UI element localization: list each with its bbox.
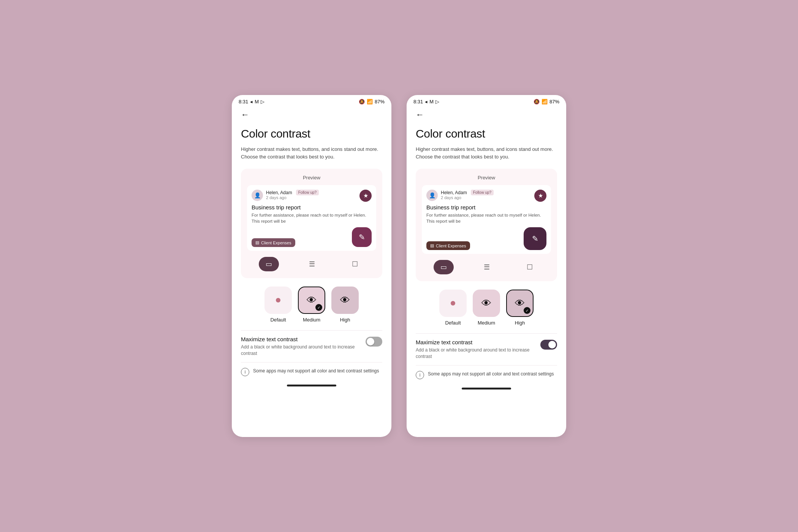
tag-icon-right: ▤ — [430, 243, 434, 248]
edit-fab-left[interactable]: ✎ — [352, 227, 372, 247]
contrast-btn-high-right[interactable]: 👁 ✓ — [506, 290, 534, 317]
contrast-option-medium-right: 👁 Medium — [473, 290, 500, 326]
nav-tab-home-right[interactable]: ▭ — [434, 260, 454, 274]
followup-badge-left: Follow up? — [296, 190, 319, 195]
contrast-option-high-left: 👁 High — [331, 287, 359, 323]
check-badge-medium-left: ✓ — [315, 304, 322, 311]
message-card-right: 👤 Helen, Adam Follow up? 2 days ago ★ Bu… — [422, 185, 551, 254]
edit-icon-left: ✎ — [359, 233, 365, 242]
preview-label-left: Preview — [247, 175, 376, 180]
mail-icon-left: M — [255, 99, 259, 104]
wifi-icon-left: 📶 — [367, 99, 373, 104]
signal-icon-left: ◂ — [250, 99, 253, 104]
preview-card-right: Preview 👤 Helen, Adam Follow up? 2 days … — [416, 169, 557, 281]
message-footer-left: ▤ Client Expenses ✎ — [252, 227, 372, 247]
message-title-left: Business trip report — [252, 204, 372, 211]
nav-tab-list-left[interactable]: ☰ — [302, 257, 322, 271]
message-body-right: For further assistance, please reach out… — [426, 212, 546, 224]
medium-eye-icon-left: 👁 — [307, 294, 317, 306]
home-icon-right: ▭ — [440, 263, 447, 271]
message-icon-left: ☐ — [352, 260, 358, 268]
info-text-left: Some apps may not support all color and … — [253, 368, 379, 374]
nav-tabs-left: ▭ ☰ ☐ — [247, 255, 376, 273]
star-button-right[interactable]: ★ — [534, 190, 546, 202]
home-indicator-left — [287, 385, 336, 386]
tag-icon-left: ▤ — [255, 240, 259, 245]
list-icon-left: ☰ — [309, 260, 315, 268]
check-badge-high-right: ✓ — [524, 307, 530, 314]
edit-fab-right[interactable]: ✎ — [524, 227, 546, 250]
status-bar-right: 8:31 ◂ M ▷ 🔕 📶 87% — [407, 95, 566, 107]
toggle-desc-left: Add a black or white background around t… — [241, 344, 359, 357]
page-title-left: Color contrast — [241, 127, 382, 140]
message-time-right: 2 days ago — [441, 195, 494, 200]
contrast-btn-default-left[interactable] — [264, 287, 292, 314]
home-icon-left: ▭ — [266, 260, 272, 268]
toggle-knob-left — [367, 338, 374, 345]
message-names-right: Helen, Adam — [441, 190, 467, 195]
contrast-btn-medium-right[interactable]: 👁 — [473, 290, 500, 317]
phone-right: 8:31 ◂ M ▷ 🔕 📶 87% ← Color contrast High… — [407, 95, 566, 437]
battery-right: 87% — [549, 99, 559, 104]
page-desc-left: Higher contrast makes text, buttons, and… — [241, 146, 382, 160]
message-header-left: 👤 Helen, Adam Follow up? 2 days ago ★ — [252, 190, 372, 202]
message-icon-right: ☐ — [527, 263, 533, 271]
star-button-left[interactable]: ★ — [359, 190, 372, 202]
edit-icon-right: ✎ — [532, 234, 538, 243]
toggle-title-left: Maximize text contrast — [241, 336, 359, 342]
nav-tab-home-left[interactable]: ▭ — [259, 257, 279, 271]
mail-icon-right: M — [429, 99, 434, 104]
tag-button-left[interactable]: ▤ Client Expenses — [252, 238, 295, 247]
tag-label-left: Client Expenses — [261, 241, 291, 245]
toggle-switch-left[interactable] — [366, 337, 382, 347]
info-icon-left: i — [241, 368, 249, 376]
maximize-text-row-right: Maximize text contrast Add a black or wh… — [416, 333, 557, 365]
status-right-right: 🔕 📶 87% — [534, 99, 559, 104]
time-left: 8:31 — [239, 99, 248, 104]
status-left-right: 8:31 ◂ M ▷ — [413, 99, 439, 104]
info-icon-right: i — [416, 371, 424, 379]
contrast-label-medium-right: Medium — [478, 320, 495, 326]
mute-icon-left: 🔕 — [359, 99, 365, 104]
nav-tabs-right: ▭ ☰ ☐ — [422, 258, 551, 276]
nav-tab-list-right[interactable]: ☰ — [477, 260, 497, 274]
status-left: 8:31 ◂ M ▷ — [239, 99, 264, 104]
cast-icon-left: ▷ — [261, 99, 264, 104]
back-button-left[interactable]: ← — [241, 110, 249, 120]
preview-card-left: Preview 👤 Helen, Adam Follow up? 2 days … — [241, 169, 382, 278]
contrast-btn-default-right[interactable] — [439, 290, 467, 317]
message-time-left: 2 days ago — [266, 195, 319, 200]
home-indicator-right — [462, 388, 511, 390]
nav-tab-message-right[interactable]: ☐ — [520, 260, 540, 274]
tag-label-right: Client Expenses — [436, 244, 466, 248]
contrast-option-high-right: 👁 ✓ High — [506, 290, 534, 326]
info-row-right: i Some apps may not support all color an… — [416, 365, 557, 382]
preview-label-right: Preview — [422, 175, 551, 180]
tag-button-right[interactable]: ▤ Client Expenses — [426, 241, 470, 250]
message-title-right: Business trip report — [426, 204, 546, 211]
message-meta-left: Helen, Adam Follow up? 2 days ago — [266, 190, 319, 200]
message-header-left-section: 👤 Helen, Adam Follow up? 2 days ago — [252, 190, 319, 201]
contrast-option-medium-left: 👁 ✓ Medium — [298, 287, 325, 323]
wifi-icon-right: 📶 — [542, 99, 548, 104]
status-bar-left: 8:31 ◂ M ▷ 🔕 📶 87% — [232, 95, 391, 107]
contrast-option-default-right: Default — [439, 290, 467, 326]
message-body-left: For further assistance, please reach out… — [252, 212, 372, 224]
message-header-right-section: 👤 Helen, Adam Follow up? 2 days ago — [426, 190, 494, 201]
contrast-label-default-left: Default — [270, 317, 286, 323]
contrast-options-left: Default 👁 ✓ Medium 👁 High — [241, 287, 382, 323]
avatar-left: 👤 — [252, 190, 263, 201]
nav-tab-message-left[interactable]: ☐ — [345, 257, 365, 271]
cast-icon-right: ▷ — [435, 99, 439, 104]
contrast-options-right: Default 👁 Medium 👁 ✓ High — [416, 290, 557, 326]
maximize-text-row-left: Maximize text contrast Add a black or wh… — [241, 330, 382, 362]
toggle-switch-right[interactable] — [540, 340, 557, 350]
contrast-option-default-left: Default — [264, 287, 292, 323]
toggle-text-right: Maximize text contrast Add a black or wh… — [416, 339, 540, 360]
list-icon-right: ☰ — [484, 263, 490, 271]
page-title-right: Color contrast — [416, 127, 557, 140]
contrast-btn-medium-left[interactable]: 👁 ✓ — [298, 287, 325, 314]
back-button-right[interactable]: ← — [416, 110, 424, 120]
contrast-btn-high-left[interactable]: 👁 — [331, 287, 359, 314]
signal-icon-right: ◂ — [425, 99, 428, 104]
